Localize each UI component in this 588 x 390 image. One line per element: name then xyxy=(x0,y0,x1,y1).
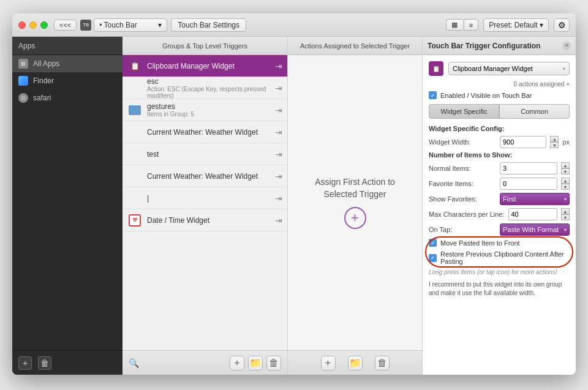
widget-width-row: Widget Width: 900 ▲ ▼ px xyxy=(429,136,570,148)
group-text: Date / Time Widget xyxy=(147,216,270,225)
sidebar-items: ⊞ All Apps Finder safari xyxy=(12,55,123,350)
folder-action-button[interactable]: 📁 xyxy=(348,356,363,370)
list-view-button[interactable]: ≡ xyxy=(464,19,478,31)
dropdown-arrow-icon: ▾ xyxy=(563,66,565,72)
tab-widget-specific[interactable]: Widget Specific xyxy=(429,104,499,119)
normal-items-input[interactable]: 3 xyxy=(500,162,557,174)
show-favorites-select[interactable]: First ▾ xyxy=(500,193,570,205)
touch-bar-dropdown[interactable]: • Touch Bar ▾ xyxy=(94,18,167,32)
restore-clipboard-checkbox[interactable]: ✓ xyxy=(429,254,437,262)
widget-width-label: Widget Width: xyxy=(429,138,496,146)
number-items-title: Number of Items to Show: xyxy=(429,151,570,159)
stepper-down-button[interactable]: ▼ xyxy=(550,142,559,148)
stepper-down-button[interactable]: ▼ xyxy=(561,168,570,174)
stepper-down-button[interactable]: ▼ xyxy=(561,184,570,190)
actions-placeholder: Assign First Action to Selected Trigger xyxy=(315,176,395,200)
group-item-esc[interactable]: esc Action: ESC (Escape Key, respects pr… xyxy=(123,77,287,99)
actions-count[interactable]: 0 actions assigned + xyxy=(429,81,570,88)
stepper-up-button[interactable]: ▲ xyxy=(550,136,559,142)
move-pasted-checkbox[interactable]: ✓ xyxy=(429,239,437,247)
favorite-items-label: Favorite Items: xyxy=(429,180,496,187)
widget-width-input[interactable]: 900 xyxy=(500,136,546,148)
weather2-icon xyxy=(127,169,142,184)
groups-panel: Groups & Top Level Triggers 📋 Clipboard … xyxy=(123,37,288,375)
tab-common[interactable]: Common xyxy=(499,104,570,119)
stepper-up-button[interactable]: ▲ xyxy=(561,162,570,168)
add-action-button[interactable]: + xyxy=(344,207,366,229)
allapps-icon: ⊞ xyxy=(18,59,28,69)
sidebar-item-allapps[interactable]: ⊞ All Apps xyxy=(12,55,123,72)
grid-icon: ▦ xyxy=(451,21,458,28)
px-label: px xyxy=(562,138,570,146)
search-icon[interactable]: 🔍 xyxy=(129,358,139,368)
config-close-button[interactable]: ✕ xyxy=(562,42,571,50)
sidebar-header: Apps xyxy=(12,37,123,55)
sidebar-item-safari[interactable]: safari xyxy=(12,89,123,107)
group-name: | xyxy=(147,194,270,203)
group-item-datetime[interactable]: 📅 Date / Time Widget ⇥ xyxy=(123,209,287,231)
group-item-clipboard[interactable]: 📋 Clipboard Manager Widget ⇥ xyxy=(123,55,287,77)
nav-back-button[interactable]: <<< xyxy=(54,20,77,31)
normal-items-label: Normal Items: xyxy=(429,165,496,172)
touch-bar-settings-button[interactable]: Touch Bar Settings xyxy=(171,18,246,32)
note-text: I recommend to put this widget into its … xyxy=(429,280,570,298)
group-name: gestures xyxy=(147,102,270,111)
add-action-footer-button[interactable]: + xyxy=(321,356,336,370)
actions-panel: Actions Assigned to Selected Trigger Ass… xyxy=(288,37,423,375)
delete-group-button[interactable]: 🗑 xyxy=(266,356,281,370)
actions-footer: + 📁 🗑 xyxy=(288,350,422,375)
widget-specific-config-title: Widget Specific Config: xyxy=(429,125,570,132)
sidebar-item-label: safari xyxy=(33,94,51,102)
maximize-button[interactable] xyxy=(40,21,48,29)
add-group-button[interactable]: + xyxy=(230,356,244,370)
group-item-weather2[interactable]: Current Weather: Weather Widget ⇥ xyxy=(123,165,287,187)
group-text: Current Weather: Weather Widget xyxy=(147,172,270,181)
grid-view-button[interactable]: ▦ xyxy=(446,19,462,31)
group-item-weather1[interactable]: Current Weather: Weather Widget ⇥ xyxy=(123,121,287,143)
groups-list: 📋 Clipboard Manager Widget ⇥ esc Action:… xyxy=(123,55,287,350)
clipboard-widget-icon: 📋 xyxy=(127,59,142,73)
group-text: Clipboard Manager Widget xyxy=(147,62,270,70)
favorite-items-input[interactable]: 0 xyxy=(500,178,557,190)
stepper-up-button[interactable]: ▲ xyxy=(561,178,570,184)
config-widget-icon: 📋 xyxy=(429,61,443,76)
on-tap-select[interactable]: Paste With Format ▾ xyxy=(500,223,570,236)
group-name: esc xyxy=(147,77,270,86)
chevron-right-icon: ⇥ xyxy=(275,149,282,159)
sidebar: Apps ⊞ All Apps Finder safari xyxy=(12,37,123,375)
config-panel-title: Touch Bar Trigger Configuration xyxy=(428,42,540,50)
chevron-right-icon: ⇥ xyxy=(275,127,282,137)
close-button[interactable] xyxy=(18,21,26,29)
on-tap-row: On Tap: Paste With Format ▾ xyxy=(429,223,570,236)
datetime-icon: 📅 xyxy=(127,213,142,228)
group-name: Current Weather: Weather Widget xyxy=(147,128,270,137)
group-item-gestures[interactable]: gestures Items in Group: 5 ⇥ xyxy=(123,99,287,121)
checkboxes-container: ✓ Move Pasted Item to Front ✓ Restore Pr… xyxy=(429,239,570,265)
enabled-checkbox-row: ✓ Enabled / Visible on Touch Bar xyxy=(429,91,570,99)
chevron-right-icon: ⇥ xyxy=(275,105,282,115)
add-app-button[interactable]: + xyxy=(18,356,32,370)
sidebar-item-finder[interactable]: Finder xyxy=(12,72,123,89)
folder-group-button[interactable]: 📁 xyxy=(248,356,263,370)
max-chars-input[interactable]: 40 xyxy=(508,208,558,220)
titlebar-controls: <<< TB • Touch Bar ▾ Touch Bar Settings xyxy=(54,18,446,32)
weather1-icon xyxy=(127,125,142,140)
sidebar-title: Apps xyxy=(18,42,35,50)
stepper-up-button[interactable]: ▲ xyxy=(561,208,570,214)
stepper-down-button[interactable]: ▼ xyxy=(561,214,570,220)
max-chars-stepper: ▲ ▼ xyxy=(561,208,570,220)
group-item-test[interactable]: test ⇥ xyxy=(123,143,287,165)
remove-app-button[interactable]: 🗑 xyxy=(38,356,51,370)
minimize-button[interactable] xyxy=(29,21,37,29)
max-chars-label: Max Characters per Line: xyxy=(429,211,505,218)
enabled-checkbox[interactable]: ✓ xyxy=(429,91,437,99)
group-item-pipe[interactable]: | ⇥ xyxy=(123,187,287,209)
delete-action-button[interactable]: 🗑 xyxy=(375,356,390,370)
config-panel: Touch Bar Trigger Configuration ✕ 📋 Clip… xyxy=(423,37,576,375)
widget-name-dropdown[interactable]: Clipboard Manager Widget ▾ xyxy=(448,62,570,75)
preset-button[interactable]: Preset: Default ▾ xyxy=(483,18,549,32)
tabs-row: Widget Specific Common xyxy=(429,104,570,119)
actions-content: Assign First Action to Selected Trigger … xyxy=(288,55,422,350)
pipe-icon xyxy=(127,191,142,206)
gear-button[interactable]: ⚙ xyxy=(554,18,570,32)
